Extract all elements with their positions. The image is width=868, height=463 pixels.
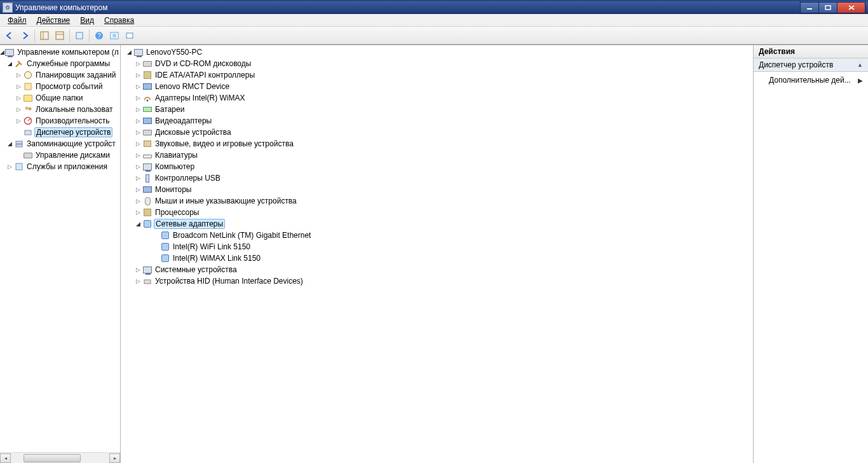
disk-icon — [142, 127, 153, 137]
svg-rect-12 — [126, 33, 133, 38]
back-button[interactable] — [3, 29, 17, 43]
svg-point-15 — [29, 107, 32, 111]
dev-wimax[interactable]: ▷Intel(R) WiMAX Link 5150 — [121, 252, 753, 264]
cat-usb[interactable]: ▷Контроллеры USB — [121, 172, 753, 184]
cat-computer[interactable]: ▷Компьютер — [121, 161, 753, 172]
cpu-icon — [142, 207, 153, 218]
tree-event-viewer[interactable]: ▷ Просмотр событий — [0, 81, 120, 92]
svg-rect-6 — [56, 32, 64, 39]
refresh-button[interactable] — [107, 29, 121, 43]
scroll-track[interactable] — [11, 453, 109, 463]
nic-icon — [160, 242, 170, 252]
device-icon — [142, 81, 153, 92]
tree-local-users[interactable]: ▷ Локальные пользоват — [0, 104, 120, 115]
storage-icon — [14, 139, 24, 149]
tree-services-apps[interactable]: ▷ Службы и приложения — [0, 161, 120, 172]
left-horizontal-scrollbar[interactable]: ◂ ▸ — [0, 452, 120, 463]
tools-icon — [14, 59, 24, 69]
clock-icon — [23, 70, 33, 80]
tree-disk-management[interactable]: ▷ Управление дисками — [0, 149, 120, 161]
window-title: Управление компьютером — [15, 3, 801, 12]
menu-action[interactable]: Действие — [32, 15, 76, 26]
computer-icon — [133, 47, 144, 57]
users-icon — [23, 104, 33, 114]
device-manager-icon — [23, 127, 33, 137]
cat-ide[interactable]: ▷IDE ATA/ATAPI контроллеры — [121, 69, 753, 81]
navigation-pane: ◢ Управление компьютером (л ◢ Служебные … — [0, 45, 121, 463]
maximize-button[interactable] — [818, 2, 837, 13]
actions-section[interactable]: Диспетчер устройств ▲ — [754, 59, 868, 72]
system-icon — [142, 265, 153, 275]
svg-text:?: ? — [97, 32, 101, 39]
keyboard-icon — [142, 150, 153, 160]
tree-storage[interactable]: ◢ Запоминающие устройст — [0, 138, 120, 149]
export-button[interactable] — [72, 29, 86, 43]
menu-view[interactable]: Вид — [75, 15, 99, 26]
close-button[interactable] — [837, 2, 865, 13]
tree-root-computer-management[interactable]: ◢ Управление компьютером (л — [0, 46, 120, 58]
cat-system[interactable]: ▷Системные устройства — [121, 264, 753, 275]
svg-rect-13 — [25, 83, 31, 90]
menu-help[interactable]: Справка — [99, 15, 139, 26]
cat-video[interactable]: ▷Видеоадаптеры — [121, 115, 753, 127]
cat-lenovo[interactable]: ▷Lenovo RMCT Device — [121, 81, 753, 92]
svg-point-22 — [147, 100, 149, 102]
show-hide-tree-button[interactable] — [37, 29, 51, 43]
cat-mouse[interactable]: ▷Мыши и иные указывающие устройства — [121, 195, 753, 207]
properties-button[interactable] — [53, 29, 67, 43]
tree-device-manager[interactable]: ▷ Диспетчер устройств — [0, 127, 120, 138]
settings-button[interactable] — [123, 29, 137, 43]
cat-sound[interactable]: ▷Звуковые, видео и игровые устройства — [121, 138, 753, 149]
forward-button[interactable] — [18, 29, 32, 43]
action-more-label: Дополнительные дей... — [769, 76, 851, 85]
actions-pane: Действия Диспетчер устройств ▲ Дополните… — [754, 45, 868, 463]
menu-bar: Файл Действие Вид Справка — [0, 14, 868, 27]
svg-rect-20 — [16, 144, 22, 147]
collapse-icon: ▲ — [857, 62, 863, 68]
chevron-right-icon: ▶ — [858, 77, 863, 84]
svg-rect-8 — [76, 32, 83, 39]
device-tree-pane: ◢ LenovoY550-PC ▷DVD и CD-ROM дисководы … — [121, 45, 754, 463]
app-icon: ⚙ — [3, 3, 13, 13]
cat-dvd[interactable]: ▷DVD и CD-ROM дисководы — [121, 58, 753, 69]
ide-icon — [142, 70, 153, 80]
scroll-left-button[interactable]: ◂ — [0, 453, 11, 463]
tree-task-scheduler[interactable]: ▷ Планировщик заданий — [0, 69, 120, 81]
monitor-icon — [142, 184, 153, 195]
usb-icon — [142, 173, 153, 183]
minimize-button[interactable] — [800, 2, 819, 13]
sound-icon — [142, 139, 153, 149]
battery-icon — [142, 104, 153, 114]
cat-battery[interactable]: ▷Батареи — [121, 104, 753, 115]
cat-cpu[interactable]: ▷Процессоры — [121, 207, 753, 218]
svg-line-17 — [28, 119, 30, 121]
actions-section-label: Диспетчер устройств — [759, 60, 833, 69]
device-root[interactable]: ◢ LenovoY550-PC — [121, 46, 753, 58]
cat-network[interactable]: ◢Сетевые адаптеры — [121, 218, 753, 230]
cat-hid[interactable]: ▷Устройства HID (Human Interface Devices… — [121, 275, 753, 287]
cat-keyboard[interactable]: ▷Клавиатуры — [121, 149, 753, 161]
scroll-right-button[interactable]: ▸ — [109, 453, 120, 463]
menu-file[interactable]: Файл — [3, 15, 32, 26]
computer-icon — [142, 162, 153, 172]
tree-shared-folders[interactable]: ▷ Общие папки — [0, 92, 120, 104]
wimax-icon — [142, 93, 153, 103]
tree-performance[interactable]: ▷ Производительность — [0, 115, 120, 127]
svg-rect-21 — [16, 163, 22, 170]
help-button[interactable]: ? — [92, 29, 106, 43]
dev-wifi[interactable]: ▷Intel(R) WiFi Link 5150 — [121, 241, 753, 252]
dev-broadcom[interactable]: ▷Broadcom NetLink (TM) Gigabit Ethernet — [121, 230, 753, 241]
event-icon — [23, 81, 33, 92]
svg-rect-18 — [25, 130, 31, 135]
cat-disk[interactable]: ▷Дисковые устройства — [121, 127, 753, 138]
cat-monitor[interactable]: ▷Мониторы — [121, 184, 753, 195]
cat-wimax-adapters[interactable]: ▷Адаптеры Intel(R) WiMAX — [121, 92, 753, 104]
disk-icon — [23, 150, 33, 160]
svg-point-14 — [25, 107, 29, 110]
nic-icon — [160, 253, 170, 263]
svg-rect-1 — [825, 6, 831, 10]
tree-system-tools[interactable]: ◢ Служебные программы — [0, 58, 120, 69]
action-more[interactable]: Дополнительные дей... ▶ — [754, 72, 868, 88]
scroll-thumb[interactable] — [24, 454, 81, 462]
performance-icon — [23, 116, 33, 126]
